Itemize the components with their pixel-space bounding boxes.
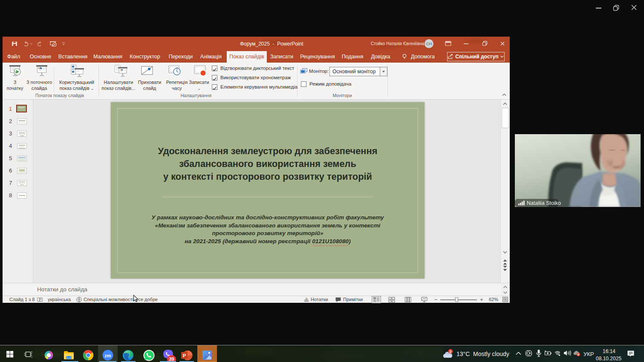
svg-text:zm: zm <box>104 353 111 358</box>
svg-text:2: 2 <box>449 349 451 354</box>
svg-text:P: P <box>183 353 186 358</box>
